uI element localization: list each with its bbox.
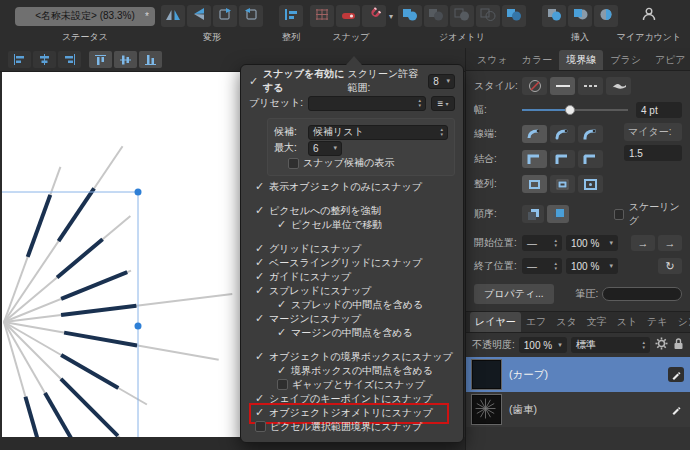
geometry-combine-button[interactable]	[502, 5, 526, 27]
snap-grid-button[interactable]	[310, 5, 334, 27]
rotate-ccw-button[interactable]	[213, 5, 237, 27]
tab-エフ[interactable]: エフ	[521, 312, 551, 332]
candidates-select[interactable]: 候補リスト ▴▾	[308, 125, 448, 140]
start-percent-select[interactable]: 100 % ▾	[566, 235, 618, 251]
flip-vertical-button[interactable]	[187, 5, 211, 27]
snap-dropdown-arrow[interactable]: ▾	[389, 12, 393, 21]
preset-menu-button[interactable]: ≡ ▾	[431, 96, 455, 111]
arrowhead-start-button[interactable]: →	[631, 235, 655, 251]
lock-layer-button[interactable]	[673, 336, 684, 354]
cap-butt-button[interactable]	[522, 125, 547, 143]
tab-アピア[interactable]: アピア	[648, 50, 690, 70]
snap-option-checked[interactable]: ✓境界ボックスの中間点を含める	[277, 364, 455, 377]
blend-mode-select[interactable]: 標準 ▴▾	[571, 337, 650, 353]
end-pressure-select[interactable]: — ▴▾	[522, 258, 562, 274]
order-front-button[interactable]	[547, 205, 569, 223]
stroke-width-field[interactable]: 4 pt	[636, 102, 682, 118]
stroke-solid-button[interactable]	[550, 77, 575, 95]
snap-option-checked[interactable]: ✓オブジェクトジオメトリにスナップ	[255, 406, 455, 419]
snap-option-checked[interactable]: ✓表示オブジェクトのみにスナップ	[255, 180, 455, 193]
end-percent-select[interactable]: 100 % ▾	[566, 258, 618, 274]
miter-field[interactable]: 1.5	[624, 145, 682, 161]
cap-square-button[interactable]	[578, 125, 603, 143]
selection-handle[interactable]	[135, 189, 142, 196]
snap-option-checked[interactable]: ✓スプレッドにスナップ	[255, 284, 455, 297]
opacity-select[interactable]: 100 % ▾	[519, 337, 567, 353]
geometry-add-button[interactable]	[398, 5, 422, 27]
document-status-button[interactable]: <名称未設定> (83.3%) *	[15, 7, 155, 26]
geometry-subtract-button[interactable]	[424, 5, 448, 27]
pressure-profile-field[interactable]	[602, 287, 682, 301]
flip-horizontal-button[interactable]	[161, 5, 185, 27]
insert-behind-button[interactable]	[568, 5, 592, 27]
snap-option-checked[interactable]: ✓ベースライングリッドにスナップ	[255, 256, 455, 269]
align-inside-stroke-button[interactable]	[550, 175, 575, 193]
align-center-button[interactable]	[33, 51, 56, 68]
tab-スタ[interactable]: スタ	[551, 312, 581, 332]
slider-knob[interactable]	[565, 105, 575, 115]
snap-option-unchecked[interactable]: ギャップとサイズにスナップ	[277, 378, 455, 391]
tolerance-select[interactable]: 8 ▾	[428, 74, 455, 89]
snap-option-checked[interactable]: ✓ピクセルへの整列を強制	[255, 204, 455, 217]
stroke-none-button[interactable]	[522, 77, 547, 95]
layer-thumbnail[interactable]	[472, 395, 501, 424]
snap-option-checked[interactable]: ✓マージンにスナップ	[255, 312, 455, 325]
preset-select[interactable]: ▴▾	[308, 96, 426, 111]
geometry-divide-button[interactable]	[476, 5, 500, 27]
tab-レイヤー[interactable]: レイヤー	[470, 312, 521, 332]
alignment-button[interactable]	[279, 5, 303, 27]
align-outside-stroke-button[interactable]	[578, 175, 603, 193]
tab-境界線[interactable]: 境界線	[559, 50, 603, 70]
show-candidates-checkbox[interactable]: スナップ候補の表示	[288, 156, 448, 170]
tab-シン[interactable]: シン	[673, 312, 690, 332]
start-pressure-select[interactable]: — ▴▾	[522, 235, 562, 251]
snap-option-checked[interactable]: ✓オブジェクトの境界ボックスにスナップ	[255, 350, 455, 363]
snap-option-checked[interactable]: ✓ガイドにスナップ	[255, 270, 455, 283]
align-right-button[interactable]	[58, 51, 81, 68]
align-left-button[interactable]	[8, 51, 31, 68]
max-select[interactable]: 6 ▾	[308, 141, 342, 156]
edit-all-layers-icon[interactable]	[668, 402, 684, 417]
selection-handle[interactable]	[135, 323, 142, 330]
layer-row[interactable]: (カーブ)	[466, 357, 690, 392]
tab-カラー[interactable]: カラー	[515, 50, 559, 70]
stroke-brush-button[interactable]	[606, 77, 631, 95]
insert-ontop-button[interactable]	[594, 5, 618, 27]
join-miter-button[interactable]	[522, 150, 547, 168]
my-account-button[interactable]	[637, 5, 661, 27]
pixel-align-button[interactable]	[336, 5, 360, 27]
snap-option-checked[interactable]: ✓スプレッドの中間点を含める	[277, 298, 455, 311]
swap-arrowheads-button[interactable]: ↻	[658, 258, 682, 274]
align-bottom-button[interactable]	[139, 51, 162, 68]
snap-option-checked[interactable]: ✓グリッドにスナップ	[255, 242, 455, 255]
insert-inside-button[interactable]	[542, 5, 566, 27]
tab-テキ[interactable]: テキ	[642, 312, 672, 332]
scaling-checkbox[interactable]: スケーリング	[614, 200, 682, 228]
rotate-cw-button[interactable]	[239, 5, 263, 27]
layer-row[interactable]: (歯車)	[466, 392, 690, 427]
snap-option-checked[interactable]: ✓マージンの中間点を含める	[277, 326, 455, 339]
join-bevel-button[interactable]	[578, 150, 603, 168]
snap-option-checked[interactable]: ✓ピクセル単位で移動	[277, 218, 455, 231]
geometry-intersect-button[interactable]	[450, 5, 474, 27]
order-behind-button[interactable]	[522, 205, 544, 223]
join-round-button[interactable]	[550, 150, 575, 168]
edit-all-layers-icon[interactable]	[668, 367, 684, 382]
align-center-stroke-button[interactable]	[522, 175, 547, 193]
layer-settings-button[interactable]	[655, 336, 668, 354]
cap-round-button[interactable]	[550, 125, 575, 143]
stroke-width-slider[interactable]	[522, 103, 628, 117]
enable-snapping-checkbox[interactable]: ✓ スナップを有効にする	[249, 67, 347, 95]
tab-スト[interactable]: スト	[612, 312, 642, 332]
align-middle-button[interactable]	[114, 51, 137, 68]
properties-button[interactable]: プロパティ...	[474, 284, 554, 304]
align-top-button[interactable]	[89, 51, 112, 68]
tab-スウォ[interactable]: スウォ	[470, 50, 515, 70]
tab-ブラシ[interactable]: ブラシ	[603, 50, 648, 70]
arrowhead-end-button[interactable]: →	[658, 235, 682, 251]
stroke-dash-button[interactable]	[578, 77, 603, 95]
snap-magnet-button[interactable]	[362, 5, 386, 27]
layer-thumbnail[interactable]	[472, 360, 501, 389]
snap-option-unchecked[interactable]: ピクセル選択範囲境界にスナップ	[255, 420, 455, 433]
tab-文字[interactable]: 文字	[582, 312, 612, 332]
